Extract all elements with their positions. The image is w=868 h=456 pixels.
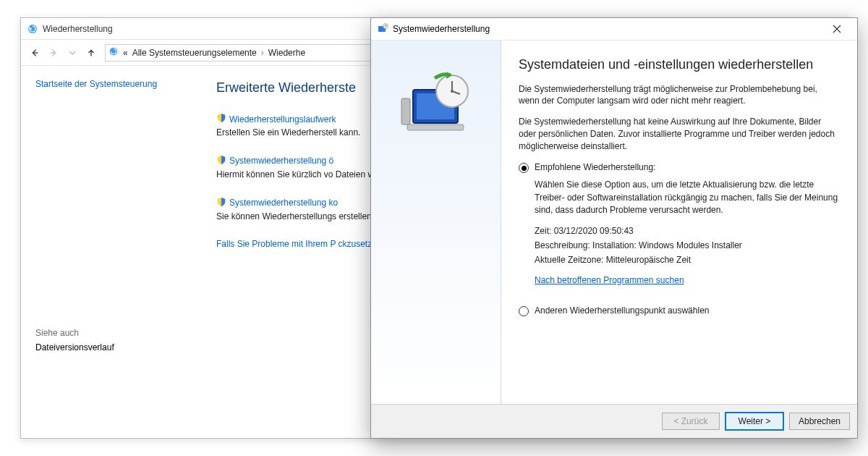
open-system-restore-link[interactable]: Systemwiederherstellung ö bbox=[229, 156, 333, 166]
nav-up-button[interactable] bbox=[82, 43, 101, 62]
system-restore-icon bbox=[377, 23, 388, 35]
control-panel-sidebar: Startseite der Systemsteuerung Siehe auc… bbox=[21, 66, 209, 438]
nav-back-button[interactable] bbox=[25, 43, 44, 62]
dialog-paragraph: Die Systemwiederherstellung trägt möglic… bbox=[519, 83, 840, 108]
dialog-heading: Systemdateien und -einstellungen wiederh… bbox=[519, 56, 840, 73]
recovery-icon bbox=[27, 23, 38, 35]
system-restore-dialog: Systemwiederherstellung bbox=[370, 17, 858, 439]
restore-description: Beschreibung: Installation: Windows Modu… bbox=[535, 240, 840, 250]
see-also-label: Siehe auch bbox=[35, 328, 195, 338]
scan-affected-programs-link[interactable]: Nach betroffenen Programmen suchen bbox=[535, 275, 684, 285]
svg-rect-9 bbox=[401, 98, 410, 124]
system-restore-illustration bbox=[393, 62, 480, 149]
dialog-content: Systemdateien und -einstellungen wiederh… bbox=[501, 41, 857, 404]
breadcrumb-item[interactable]: Wiederhe bbox=[268, 48, 305, 58]
recovery-drive-link[interactable]: Wiederherstellungslaufwerk bbox=[229, 114, 336, 124]
dialog-paragraph: Die Systemwiederherstellung hat keine Au… bbox=[519, 116, 840, 152]
option-label: Empfohlene Wiederherstellung: bbox=[535, 162, 655, 172]
recovery-icon bbox=[109, 46, 119, 59]
nav-forward-button[interactable] bbox=[44, 43, 63, 62]
option-choose-different[interactable]: Anderen Wiederherstellungspunkt auswähle… bbox=[519, 305, 840, 316]
radio-icon[interactable] bbox=[519, 306, 529, 316]
chevron-right-icon: › bbox=[261, 48, 264, 58]
breadcrumb-overflow[interactable]: « bbox=[123, 48, 128, 58]
restore-time: Zeit: 03/12/2020 09:50:43 bbox=[535, 226, 840, 236]
option-description: Wählen Sie diese Option aus, um die letz… bbox=[535, 179, 840, 216]
option-label: Anderen Wiederherstellungspunkt auswähle… bbox=[535, 305, 709, 316]
close-button[interactable] bbox=[822, 20, 851, 38]
option-recommended[interactable]: Empfohlene Wiederherstellung: bbox=[519, 162, 840, 173]
back-button[interactable]: < Zurück bbox=[662, 413, 720, 430]
restore-timezone: Aktuelle Zeitzone: Mitteleuropäische Zei… bbox=[535, 255, 840, 265]
see-also-link[interactable]: Dateiversionsverlauf bbox=[35, 342, 195, 352]
dialog-titlebar[interactable]: Systemwiederherstellung bbox=[371, 18, 857, 40]
dialog-title: Systemwiederherstellung bbox=[393, 24, 490, 34]
sidebar-home-link[interactable]: Startseite der Systemsteuerung bbox=[35, 79, 195, 89]
shield-icon bbox=[216, 197, 226, 209]
radio-icon[interactable] bbox=[519, 163, 529, 173]
shield-icon bbox=[216, 113, 226, 125]
svg-rect-8 bbox=[407, 124, 464, 130]
nav-history-dropdown[interactable] bbox=[63, 43, 82, 62]
dialog-footer: < Zurück Weiter > Abbrechen bbox=[371, 405, 857, 438]
next-button[interactable]: Weiter > bbox=[726, 413, 783, 430]
configure-system-restore-link[interactable]: Systemwiederherstellung ko bbox=[229, 198, 338, 208]
control-panel-title: Wiederherstellung bbox=[43, 24, 113, 34]
shield-icon bbox=[216, 155, 226, 167]
cancel-button[interactable]: Abbrechen bbox=[789, 413, 850, 430]
breadcrumb-item[interactable]: Alle Systemsteuerungselemente bbox=[132, 48, 257, 58]
dialog-side-panel bbox=[371, 41, 501, 404]
